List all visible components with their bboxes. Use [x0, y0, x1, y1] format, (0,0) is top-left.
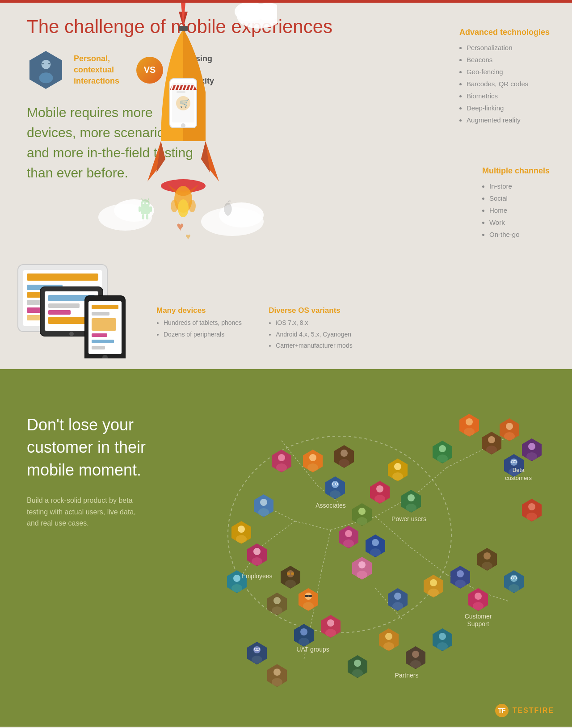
svg-point-196 [276, 463, 287, 471]
svg-line-68 [416, 467, 447, 494]
svg-point-173 [473, 602, 484, 610]
upper-section: The challenge of mobile experiences Pers… [0, 3, 572, 369]
svg-point-144 [303, 602, 314, 610]
svg-rect-49 [48, 310, 71, 315]
svg-point-192 [352, 669, 363, 677]
svg-point-169 [484, 552, 491, 560]
svg-point-148 [327, 619, 334, 627]
svg-point-186 [410, 660, 421, 668]
svg-point-18 [181, 123, 185, 128]
svg-point-29 [146, 202, 148, 204]
svg-point-167 [455, 580, 466, 588]
adv-tech-list: Personalization Beacons Geo-fencing Barc… [459, 42, 550, 126]
svg-point-219 [272, 678, 282, 686]
svg-rect-34 [142, 214, 144, 219]
svg-text:Partners: Partners [395, 672, 419, 679]
svg-text:♥: ♥ [185, 231, 191, 241]
svg-point-2 [42, 63, 43, 64]
svg-point-210 [394, 593, 401, 600]
svg-point-23 [189, 200, 196, 212]
list-item: Dozens of peripherals [164, 329, 242, 340]
svg-text:Power users: Power users [391, 515, 426, 522]
svg-rect-58 [92, 340, 114, 343]
svg-point-22 [171, 200, 178, 212]
lower-section: Don't lose your customer in their mobile… [0, 369, 572, 727]
svg-point-36 [224, 204, 231, 215]
testfire-text: TESTFIRE [513, 707, 554, 715]
svg-point-199 [437, 454, 448, 463]
svg-point-208 [428, 589, 439, 597]
svg-point-141 [357, 517, 367, 525]
svg-rect-48 [48, 303, 80, 308]
adv-tech-title: Advanced technologies [459, 25, 550, 39]
svg-line-79 [259, 521, 295, 548]
diverse-os-title: Diverse OS variants [269, 306, 353, 315]
svg-point-127 [504, 432, 515, 440]
multiple-channels: Multiple channels In-store Social Home W… [482, 164, 550, 240]
advanced-tech: Advanced technologies Personalization Be… [459, 25, 550, 126]
svg-point-126 [506, 423, 513, 430]
svg-point-3 [48, 63, 50, 64]
svg-rect-33 [150, 206, 152, 212]
svg-point-172 [475, 593, 482, 600]
svg-point-191 [354, 660, 361, 667]
list-item: Augmented reality [467, 114, 550, 126]
svg-point-182 [385, 633, 392, 640]
svg-point-129 [528, 443, 535, 450]
list-item: Android 4.x, 5.x, Cyanogen [276, 329, 353, 340]
svg-rect-54 [92, 305, 118, 309]
list-item: Social [489, 192, 550, 204]
svg-point-164 [357, 571, 367, 579]
svg-point-188 [439, 633, 446, 640]
svg-rect-146 [308, 595, 312, 597]
svg-point-112 [406, 504, 416, 512]
svg-point-185 [412, 651, 419, 658]
svg-point-154 [273, 597, 281, 604]
svg-rect-50 [48, 317, 86, 324]
svg-rect-11 [179, 26, 188, 31]
list-item: Hundreds of tablets, phones [164, 317, 242, 328]
many-devices-list: Hundreds of tablets, phones Dozens of pe… [156, 317, 242, 340]
svg-point-149 [325, 629, 336, 637]
svg-point-83 [258, 508, 269, 516]
svg-rect-35 [146, 214, 148, 219]
svg-point-111 [408, 494, 415, 501]
svg-line-75 [411, 548, 447, 575]
svg-point-96 [307, 463, 318, 471]
svg-rect-39 [27, 274, 98, 281]
svg-point-86 [236, 535, 247, 543]
svg-point-159 [285, 580, 296, 588]
svg-point-195 [278, 454, 285, 461]
svg-line-71 [322, 530, 331, 570]
svg-rect-161 [291, 572, 294, 575]
svg-point-183 [383, 642, 394, 650]
svg-point-166 [457, 570, 464, 577]
svg-text:♥: ♥ [177, 219, 184, 233]
testfire-logo: TF TESTFIRE [495, 703, 554, 718]
svg-point-211 [392, 602, 403, 610]
network-diagram: Employees [125, 369, 572, 727]
bottom-info-row: Many devices Hundreds of tablets, phones… [156, 306, 550, 351]
svg-point-140 [358, 508, 366, 515]
list-item: Work [489, 216, 550, 228]
svg-text:🛒: 🛒 [180, 98, 190, 108]
list-item: On-the-go [489, 228, 550, 240]
svg-point-134 [345, 530, 352, 537]
svg-point-137 [372, 539, 379, 546]
svg-point-176 [509, 584, 519, 592]
svg-text:customers: customers [505, 475, 532, 481]
list-item: In-store [489, 180, 550, 192]
many-devices-block: Many devices Hundreds of tablets, phones… [156, 306, 242, 351]
list-item: Biometrics [467, 90, 550, 102]
svg-point-130 [526, 452, 537, 460]
svg-point-115 [392, 472, 403, 480]
svg-rect-160 [287, 572, 290, 575]
svg-line-31 [148, 198, 149, 201]
list-item: Beacons [467, 54, 550, 66]
svg-text:Beta: Beta [513, 467, 525, 473]
svg-text:TF: TF [498, 707, 506, 714]
svg-point-88 [253, 548, 261, 555]
svg-point-114 [394, 463, 401, 470]
svg-point-138 [370, 548, 381, 556]
svg-point-105 [339, 459, 349, 467]
